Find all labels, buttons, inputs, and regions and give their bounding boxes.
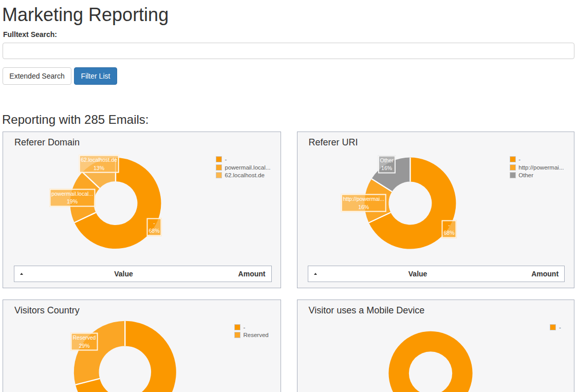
fulltext-search-input[interactable]: [3, 43, 574, 59]
slice-label-pct: 16%: [343, 203, 384, 211]
sort-caret-up-icon[interactable]: [314, 273, 317, 275]
slice-label-powermail-local: powermail.local...19%: [49, 189, 95, 207]
page-title: Marketing Reporting: [2, 6, 169, 24]
legend-item-blank[interactable]: -: [550, 324, 561, 330]
column-header-value: Value: [408, 266, 427, 282]
slice-label-reserved: Reserved29%: [71, 333, 98, 351]
extended-search-button[interactable]: Extended Search: [3, 67, 71, 85]
legend-swatch-icon: [216, 172, 222, 178]
legend-item-62-localhost-de[interactable]: 62.localhost.de: [216, 172, 270, 178]
fulltext-search-label: Fulltext Search:: [3, 30, 57, 39]
legend-label: 62.localhost.de: [225, 172, 265, 178]
column-header-value: Value: [114, 266, 133, 282]
slice-label-text: -: [443, 221, 454, 229]
slice-label-text: Reserved: [73, 334, 96, 342]
table-header: ValueAmount: [14, 266, 272, 282]
slice-label-text: powermail.local...: [51, 190, 93, 198]
slice-label-62-localhost-de: 62.localhost.de13%: [79, 155, 119, 173]
donut-chart-visitor-uses-a-mobile-device: [297, 300, 575, 392]
donut-slice-reserved[interactable]: [74, 321, 125, 384]
slice-label-blank: -68%: [441, 220, 456, 238]
panel-referer-domain: Referer Domain-68%powermail.local...19%6…: [3, 132, 281, 288]
legend-label: http://powermai...: [518, 164, 564, 171]
slice-label-text: Other: [380, 156, 393, 164]
slice-label-pct: 29%: [73, 342, 96, 350]
slice-label-text: 62.localhost.de: [81, 156, 117, 164]
donut-chart-referer-uri: [297, 132, 575, 289]
donut-slice-blank[interactable]: [388, 331, 472, 392]
slice-label-pct: 68%: [148, 227, 159, 235]
slice-label-pct: 68%: [443, 229, 454, 237]
slice-label-text: http://powermai...: [343, 195, 384, 203]
legend-item-blank[interactable]: -: [234, 324, 269, 330]
column-header-amount: Amount: [531, 266, 559, 282]
chart-legend: -: [550, 324, 561, 332]
legend-item-other[interactable]: Other: [510, 172, 564, 178]
legend-swatch-icon: [510, 156, 516, 162]
filter-list-button[interactable]: Filter List: [74, 67, 117, 85]
panel-referer-uri: Referer URI-68%http://powermai...16%Othe…: [297, 132, 574, 288]
legend-item-powermail-local[interactable]: powermail.local...: [216, 164, 270, 171]
legend-swatch-icon: [510, 164, 516, 171]
slice-label-http-powermai: http://powermai...16%: [341, 194, 386, 212]
legend-item-http-powermai[interactable]: http://powermai...: [510, 164, 564, 171]
legend-label: Reserved: [244, 332, 269, 338]
donut-chart-referer-domain: [3, 132, 282, 289]
legend-item-blank[interactable]: -: [216, 156, 270, 162]
legend-item-blank[interactable]: -: [510, 156, 564, 162]
chart-legend: -http://powermai...Other: [510, 156, 564, 180]
legend-swatch-icon: [510, 172, 516, 178]
sort-caret-up-icon[interactable]: [20, 273, 23, 275]
legend-swatch-icon: [234, 332, 240, 338]
slice-label-other: Other16%: [378, 155, 395, 173]
slice-label-pct: 19%: [51, 198, 93, 206]
legend-swatch-icon: [550, 324, 556, 330]
legend-label: -: [559, 324, 561, 330]
column-header-amount: Amount: [238, 266, 266, 282]
slice-label-pct: 13%: [81, 164, 117, 172]
slice-label-pct: 16%: [380, 164, 393, 173]
reporting-heading: Reporting with 285 Emails:: [2, 113, 148, 126]
chart-legend: -Reserved: [234, 324, 269, 340]
legend-item-reserved[interactable]: Reserved: [234, 332, 269, 338]
legend-label: powermail.local...: [225, 164, 271, 171]
panel-visitors-country: Visitors Country-71%Reserved29%-Reserved…: [3, 300, 281, 392]
legend-label: -: [225, 156, 227, 162]
slice-label-blank: -68%: [146, 218, 161, 236]
panel-visitor-uses-a-mobile-device: Visitor uses a Mobile Device-100%-ValueA…: [297, 300, 574, 392]
legend-swatch-icon: [216, 164, 222, 171]
slice-label-text: -: [148, 219, 159, 227]
legend-label: -: [244, 324, 246, 330]
legend-label: Other: [518, 172, 533, 178]
table-header: ValueAmount: [308, 266, 565, 282]
legend-swatch-icon: [234, 324, 240, 330]
chart-legend: -powermail.local...62.localhost.de: [216, 156, 270, 180]
legend-label: -: [518, 156, 520, 162]
legend-swatch-icon: [216, 156, 222, 162]
donut-chart-visitors-country: [3, 300, 282, 392]
